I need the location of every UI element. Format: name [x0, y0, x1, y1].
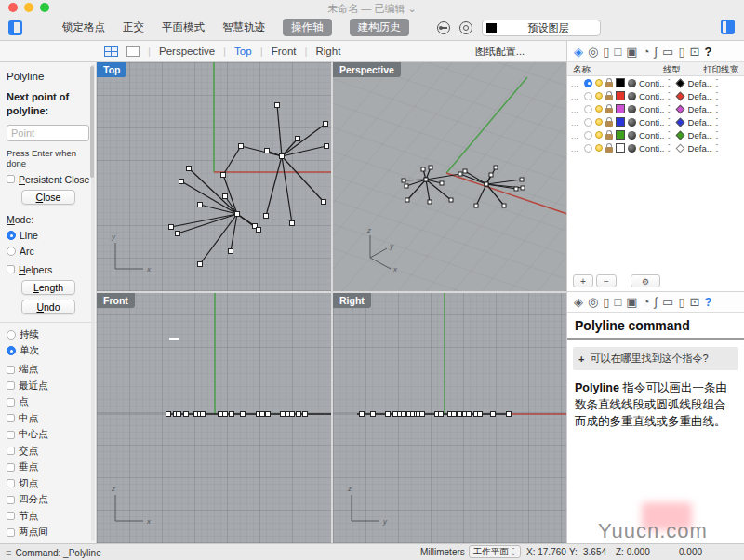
layout-config-link[interactable]: 图纸配置...	[475, 45, 525, 59]
tablet-icon[interactable]: ▭	[662, 46, 673, 58]
toolbar-toggle-操作轴[interactable]: 操作轴	[283, 19, 332, 36]
persistent-close-checkbox[interactable]	[7, 175, 15, 183]
layer-material-icon[interactable]	[628, 105, 636, 113]
layer-current-radio[interactable]	[584, 92, 592, 100]
osnap-点[interactable]: 点	[7, 395, 90, 408]
layer-linetype[interactable]: Conti...	[639, 130, 664, 140]
close-button[interactable]: Close	[21, 190, 75, 205]
layer-row[interactable]: ...Conti...⌃⌄Defa...⌃⌄	[567, 102, 744, 115]
layer-linetype[interactable]: Conti...	[639, 104, 664, 114]
layer-material-icon[interactable]	[628, 144, 636, 153]
layer-current-radio[interactable]	[584, 79, 592, 87]
osnap-两点间[interactable]: 两点间	[7, 526, 90, 539]
layer-lock-icon[interactable]	[605, 108, 613, 113]
osnap-垂点[interactable]: 垂点	[7, 460, 90, 473]
four-viewports-layout-icon[interactable]	[104, 46, 118, 57]
layer-linetype[interactable]: Conti...	[639, 117, 664, 127]
target-icon[interactable]	[459, 21, 472, 34]
osnap-四分点[interactable]: 四分点	[7, 493, 90, 506]
mode-radio-Arc[interactable]	[7, 247, 16, 256]
layer-visibility-bulb-icon[interactable]	[595, 79, 603, 87]
rectangle-icon[interactable]: ▯	[678, 296, 684, 308]
osnap-checkbox-中心点[interactable]	[7, 431, 15, 439]
layer-current-radio[interactable]	[584, 131, 592, 140]
osnap-中心点[interactable]: 中心点	[7, 428, 90, 441]
toolbar-toggle-建构历史[interactable]: 建构历史	[350, 19, 409, 36]
layer-gear-menu[interactable]: ⚙ ⌄	[631, 274, 660, 287]
toolbar-button-平面模式[interactable]: 平面模式	[162, 20, 205, 34]
add-layer-button[interactable]: +	[573, 274, 593, 287]
layer-color-swatch[interactable]	[616, 143, 625, 153]
document-icon[interactable]: ▯	[603, 296, 609, 308]
layer-print-width[interactable]: Defa...	[688, 78, 712, 88]
mode-radio-Line[interactable]	[7, 231, 16, 240]
layer-color-swatch[interactable]	[616, 78, 625, 87]
toolbar-button-正交[interactable]: 正交	[123, 20, 144, 34]
viewport-right[interactable]: zyRight	[333, 293, 566, 543]
length-button[interactable]: Length	[21, 280, 75, 295]
osnap-checkbox-端点[interactable]	[7, 366, 15, 374]
viewport-tab-label-perspective[interactable]: Perspective	[333, 62, 401, 77]
osnap-checkbox-最近点[interactable]	[7, 381, 15, 390]
help-icon[interactable]: ?	[704, 46, 711, 58]
layer-print-width[interactable]: Defa...	[688, 130, 712, 140]
layer-linetype[interactable]: Conti...	[639, 143, 664, 153]
left-panel-scrollbar[interactable]	[91, 64, 95, 541]
single-viewport-layout-icon[interactable]	[126, 46, 140, 57]
scroll-icon[interactable]: ∫	[655, 296, 658, 308]
osnap-checkbox-两点间[interactable]	[7, 528, 15, 537]
scroll-icon[interactable]: ∫	[655, 46, 658, 58]
osnap-节点[interactable]: 节点	[7, 510, 90, 523]
layer-material-icon[interactable]	[628, 79, 636, 87]
layer-printcolor-diamond[interactable]	[675, 91, 684, 100]
layer-visibility-bulb-icon[interactable]	[595, 118, 603, 126]
rectangle-icon[interactable]: ▯	[678, 46, 684, 58]
layer-color-swatch[interactable]	[616, 130, 625, 140]
key-icon[interactable]	[437, 21, 450, 34]
layer-lock-icon[interactable]	[605, 95, 613, 100]
helpers-checkbox[interactable]	[7, 265, 15, 273]
snap-scope-单次[interactable]: 单次	[7, 344, 90, 357]
osnap-checkbox-四分点[interactable]	[7, 496, 15, 504]
sidebar-toggle-icon[interactable]	[8, 20, 22, 35]
persistent-close-option[interactable]: Persistent Close	[7, 174, 90, 185]
layer-row[interactable]: ...Conti...⌃⌄Defa...⌃⌄	[567, 141, 744, 154]
layer-visibility-bulb-icon[interactable]	[595, 105, 603, 113]
toolbar-button-锁定格点[interactable]: 锁定格点	[62, 20, 105, 34]
layer-print-width[interactable]: Defa...	[688, 104, 712, 114]
layer-print-width[interactable]: Defa...	[688, 117, 712, 127]
cplane-dropdown[interactable]: 工作平面 ⌃⌄	[469, 545, 521, 558]
layer-material-icon[interactable]	[628, 131, 636, 140]
tablet-icon[interactable]: ▭	[662, 296, 673, 308]
osnap-切点[interactable]: 切点	[7, 477, 90, 490]
layer-current-radio[interactable]	[584, 144, 592, 153]
layer-row[interactable]: ...Conti...⌃⌄Defa...⌃⌄	[567, 76, 744, 89]
layer-lock-icon[interactable]	[605, 134, 613, 140]
layer-row[interactable]: ...Conti...⌃⌄Defa...⌃⌄	[567, 89, 744, 102]
layer-material-icon[interactable]	[628, 92, 636, 100]
layer-printcolor-diamond[interactable]	[675, 104, 684, 113]
display-icon[interactable]: ⊡	[690, 46, 700, 58]
clock-icon[interactable]: ◔	[643, 46, 650, 58]
mode-option-Arc[interactable]: Arc	[7, 246, 90, 257]
target-icon[interactable]: ◎	[588, 296, 598, 308]
layer-print-width[interactable]: Defa...	[688, 143, 712, 153]
layer-color-swatch[interactable]	[616, 104, 625, 113]
layer-row[interactable]: ...Conti...⌃⌄Defa...⌃⌄	[567, 115, 744, 128]
layer-color-swatch[interactable]	[616, 91, 625, 100]
osnap-checkbox-交点[interactable]	[7, 447, 15, 455]
layer-color-swatch[interactable]	[616, 117, 625, 127]
layer-material-icon[interactable]	[628, 118, 636, 127]
layer-printcolor-diamond[interactable]	[675, 78, 684, 87]
layer-lock-icon[interactable]	[605, 147, 613, 153]
right-panel-toggle-icon[interactable]	[721, 20, 735, 34]
layer-linetype[interactable]: Conti...	[639, 91, 664, 101]
layer-printcolor-diamond[interactable]	[675, 117, 684, 127]
undo-button[interactable]: Undo	[21, 300, 75, 314]
osnap-checkbox-切点[interactable]	[7, 479, 15, 487]
viewport-perspective[interactable]: zyxPerspective	[333, 62, 566, 291]
display-icon[interactable]: ⊡	[690, 296, 700, 308]
help-icon[interactable]: ?	[704, 296, 711, 308]
layers-icon[interactable]: ◈	[574, 296, 583, 308]
layer-lock-icon[interactable]	[605, 82, 613, 87]
